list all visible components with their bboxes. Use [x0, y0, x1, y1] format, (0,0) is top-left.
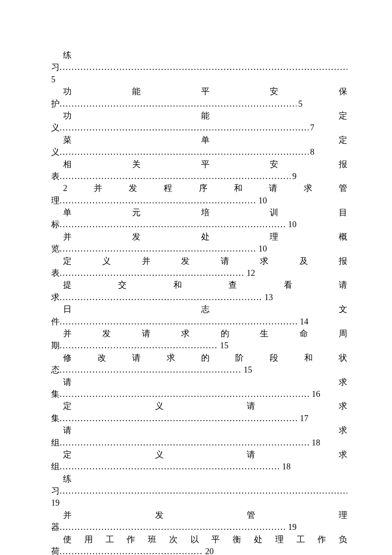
toc-char: 程 — [164, 183, 199, 193]
toc-tail-char: 义 — [51, 146, 60, 158]
toc-entry-leader: 组 ......................................… — [51, 436, 347, 448]
toc-page-number: 13 — [262, 291, 273, 303]
toc-entry-title: 2并发程序和请求管 — [51, 182, 347, 194]
toc-entry-title: 修改请求的阶段和状 — [51, 352, 347, 364]
toc-char: 元 — [132, 208, 201, 217]
toc-char: 求 — [181, 329, 220, 338]
toc-dots: ........................................… — [60, 170, 291, 182]
toc-page-number: 12 — [245, 267, 255, 279]
toc-char: 请 — [221, 256, 260, 266]
toc-char: 班 — [148, 535, 169, 544]
toc-char: 求 — [260, 256, 299, 266]
toc-entry-title: 使用工作班次以平衡处理工作负 — [51, 533, 347, 545]
toc-leader-wrap: ........................................… — [60, 267, 255, 279]
toc-char: 查 — [228, 280, 283, 289]
toc-entry-leader: 习 ......................................… — [51, 485, 347, 497]
toc-tail-char: 组 — [51, 460, 60, 472]
toc-char: 理 — [275, 535, 297, 544]
toc-leader-wrap: ........................................… — [60, 545, 213, 555]
toc-char: 并 — [63, 232, 132, 241]
toc-leader-wrap: ........................................… — [60, 218, 297, 230]
toc-char: 段 — [270, 353, 304, 362]
toc-char: 理 — [339, 510, 347, 520]
toc-entry-title: 请求 — [51, 376, 347, 388]
toc-char: 定 — [63, 401, 155, 410]
toc-page-number: 15 — [242, 364, 252, 376]
toc-char: 定 — [339, 135, 347, 145]
toc-char: 报 — [339, 256, 347, 266]
toc-char: 能 — [201, 111, 339, 120]
toc-char: 提 — [63, 280, 118, 289]
toc-page-number: 20 — [203, 545, 213, 555]
toc-leader-wrap: ........................................… — [60, 146, 314, 158]
toc-entry-title: 功能平安保 — [51, 85, 347, 97]
toc-char: 请 — [63, 425, 339, 435]
toc-leader-wrap: ........................................… — [60, 194, 267, 206]
toc-char: 请 — [142, 329, 181, 338]
toc-char: 发 — [132, 232, 201, 241]
toc-tail-char: 标 — [51, 218, 60, 230]
toc-char: 并 — [142, 256, 181, 266]
toc-entry-leader: 集 ......................................… — [51, 388, 347, 400]
toc-char: 定 — [339, 111, 347, 120]
toc-entry-leader: 习 ......................................… — [51, 61, 347, 73]
toc-dots: ........................................… — [60, 146, 308, 158]
toc-entry-title: 并发请求的生命周 — [51, 327, 347, 339]
toc-leader-wrap: ........................................… — [60, 388, 320, 400]
toc-char: 义 — [155, 450, 247, 459]
toc-entry-leader: 义 ......................................… — [51, 146, 347, 158]
toc-entry-title: 相关平安报 — [51, 158, 347, 170]
toc-page-number: 7 — [308, 121, 314, 133]
toc-char: 交 — [118, 280, 173, 289]
toc-char: 管 — [339, 183, 347, 193]
toc-entry-leader: 理 ......................................… — [51, 194, 347, 206]
toc-page-number: 10 — [257, 194, 267, 206]
toc-char: 周 — [339, 329, 347, 338]
toc-tail-char: 览 — [51, 243, 60, 254]
toc-leader-wrap: ........................................… — [60, 121, 314, 133]
toc-tail-char: 习 — [51, 61, 60, 73]
toc-char: 培 — [201, 208, 270, 217]
toc-char: 求 — [339, 377, 347, 387]
toc-char: 2 — [63, 183, 67, 193]
toc-char: 请 — [339, 280, 347, 289]
toc-dots: ........................................… — [60, 388, 310, 400]
toc-char: 作 — [317, 535, 339, 544]
toc-leader-wrap: ........................................… — [60, 98, 303, 110]
toc-char: 衡 — [233, 535, 254, 544]
toc-entry-leader: 件 ......................................… — [51, 315, 347, 327]
toc-tail-char: 习 — [51, 485, 60, 497]
toc-page-number: 19 — [286, 521, 297, 533]
toc-char: 请 — [247, 401, 339, 410]
toc-tail-char: 护 — [51, 98, 60, 110]
toc-char: 处 — [254, 535, 275, 544]
toc-leader-wrap: ........................................… — [60, 243, 267, 254]
toc-char: 作 — [127, 535, 148, 544]
toc-char: 义 — [102, 256, 141, 266]
toc-entry-leader: 护 ......................................… — [51, 98, 347, 110]
toc-char: 请 — [132, 353, 167, 362]
toc-char: 的 — [201, 353, 236, 362]
toc-char: 处 — [201, 232, 270, 241]
toc-leader-wrap: ........................................… — [60, 436, 320, 448]
toc-dots: ........................................… — [60, 412, 298, 424]
toc-dots: ........................................… — [60, 315, 298, 327]
toc-char: 菜 — [63, 135, 201, 145]
toc-char: 并 — [63, 329, 102, 338]
toc-char: 功 — [63, 111, 201, 120]
toc-char: 和 — [304, 353, 339, 362]
toc-dots: ........................................… — [60, 61, 347, 73]
toc-char: 发 — [102, 329, 141, 338]
toc-tail-char: 义 — [51, 121, 60, 133]
toc-tail-char: 集 — [51, 388, 60, 400]
toc-dots: ........................................… — [60, 460, 280, 472]
toc-entry-leader: 组 ......................................… — [51, 460, 347, 472]
toc-page-number: 15 — [218, 339, 228, 351]
toc-entry-title: 提交和查看请 — [51, 279, 347, 291]
toc-dots: ........................................… — [60, 218, 286, 230]
toc-entry-leader: 标 ......................................… — [51, 218, 347, 230]
toc-char: 关 — [132, 159, 201, 169]
toc-entry-title: 并发管理 — [51, 509, 347, 521]
toc-char: 以 — [190, 535, 212, 544]
toc-leader-wrap: ........................................… — [60, 412, 308, 424]
